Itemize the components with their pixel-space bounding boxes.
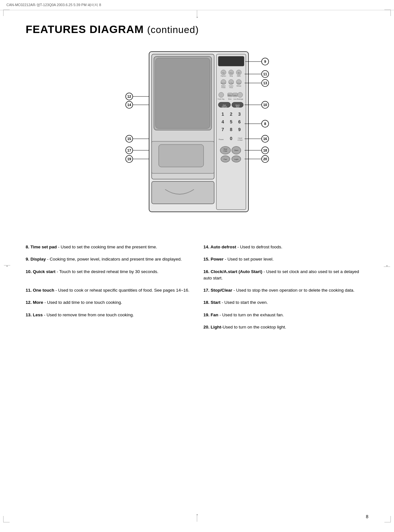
svg-text:0: 0 <box>230 136 232 141</box>
svg-point-19 <box>236 79 241 85</box>
svg-text:Power: Power <box>219 138 224 140</box>
svg-text:Fan: Fan <box>223 158 227 160</box>
svg-point-71 <box>262 71 269 78</box>
svg-point-98 <box>262 147 269 154</box>
svg-text:7: 7 <box>222 127 224 132</box>
desc-item-10: 10. Quick start - Touch to set the desir… <box>26 269 191 282</box>
desc-item-8: 8. Time set pad - Used to set the cookin… <box>26 244 191 250</box>
svg-text:Clock/: Clock/ <box>238 137 243 139</box>
descriptions: 8. Time set pad - Used to set the cookin… <box>26 244 368 336</box>
svg-text:Popcorn: Popcorn <box>221 75 226 77</box>
microwave-diagram: Pop Soup Muf Popcorn Soup Muffin Baked P… <box>117 45 277 231</box>
svg-text:Less: Less <box>233 94 237 96</box>
svg-text:Pop: Pop <box>222 72 225 74</box>
svg-text:More: More <box>228 94 232 96</box>
desc-item-12: 12. More - Used to add time to one touch… <box>26 299 191 306</box>
svg-text:Muf: Muf <box>238 72 240 74</box>
svg-text:15: 15 <box>127 137 131 141</box>
svg-text:8: 8 <box>264 122 266 126</box>
svg-text:4: 4 <box>222 119 224 124</box>
svg-text:2: 2 <box>230 112 232 117</box>
svg-point-101 <box>126 155 133 162</box>
svg-text:Light: Light <box>234 158 238 160</box>
desc-item-19: 19. Fan - Used to turn on the exhaust fa… <box>204 312 369 318</box>
desc-item-15: 15. Power - Used to set power level. <box>204 256 369 262</box>
svg-text:Frz Pizza: Frz Pizza <box>229 83 233 84</box>
svg-text:Frozen: Frozen <box>229 85 233 87</box>
svg-point-80 <box>126 101 133 108</box>
svg-text:19: 19 <box>127 157 131 161</box>
svg-rect-38 <box>218 102 231 107</box>
svg-text:8: 8 <box>230 127 232 132</box>
svg-rect-66 <box>152 181 214 204</box>
svg-rect-0 <box>149 52 248 212</box>
svg-rect-29 <box>228 93 232 97</box>
desc-item-16: 16. Clock/A.start (Auto Start) - Used to… <box>204 269 369 282</box>
desc-item-18: 18. Start - Used to start the oven. <box>204 299 369 306</box>
svg-rect-3 <box>155 58 210 129</box>
svg-point-31 <box>238 92 243 97</box>
svg-text:Reheat: Reheat <box>237 83 240 84</box>
diagram-container: Pop Soup Muf Popcorn Soup Muffin Baked P… <box>26 45 368 231</box>
desc-item-9: 9. Display - Cooking time, power level, … <box>26 256 191 262</box>
svg-text:10: 10 <box>263 103 267 107</box>
svg-text:20: 20 <box>263 157 267 161</box>
svg-rect-6 <box>216 54 246 210</box>
svg-text:9: 9 <box>238 127 241 132</box>
svg-text:16: 16 <box>263 137 267 141</box>
svg-text:Soup: Soup <box>229 75 233 77</box>
svg-text:6: 6 <box>238 119 241 124</box>
svg-point-28 <box>219 92 224 97</box>
svg-text:Soup: Soup <box>230 72 233 74</box>
svg-text:18: 18 <box>263 148 267 152</box>
svg-rect-4 <box>152 141 214 173</box>
svg-point-60 <box>232 146 241 154</box>
svg-point-83 <box>262 101 269 108</box>
svg-text:Muffin: Muffin <box>237 75 241 77</box>
svg-text:Baked: Baked <box>221 85 225 87</box>
svg-point-74 <box>262 79 269 87</box>
svg-rect-30 <box>233 93 238 97</box>
svg-text:17: 17 <box>127 148 131 152</box>
svg-text:More: More <box>228 98 231 100</box>
svg-rect-2 <box>154 56 212 130</box>
svg-text:Pizza: Pizza <box>229 87 233 88</box>
page-number: 8 <box>366 514 368 519</box>
svg-text:11: 11 <box>263 72 267 76</box>
svg-point-64 <box>232 156 241 162</box>
desc-item-17: 17. Stop/Clear - Used to stop the oven o… <box>204 287 369 294</box>
svg-text:A.Start: A.Start <box>238 139 243 141</box>
svg-point-104 <box>262 155 269 162</box>
svg-text:Fresh Veg.: Fresh Veg. <box>218 98 225 100</box>
svg-point-77 <box>126 93 133 100</box>
svg-point-8 <box>221 70 226 75</box>
svg-text:Start: Start <box>234 149 238 151</box>
header-text: CAN-MC02212AR-영T-123Q0A 2003.6.25 5:39 P… <box>6 3 101 7</box>
desc-item-13: 13. Less - Used to remove time from one … <box>26 312 191 318</box>
svg-text:5: 5 <box>230 119 232 124</box>
desc-item-11: 11. One touch - Used to cook or reheat s… <box>26 287 191 294</box>
svg-rect-7 <box>218 56 244 66</box>
svg-point-17 <box>221 79 226 85</box>
svg-text:Potato: Potato <box>221 87 226 88</box>
svg-rect-41 <box>232 102 243 107</box>
desc-item-14: 14. Auto defrost - Used to defrost foods… <box>204 244 369 250</box>
svg-text:14: 14 <box>127 103 131 107</box>
svg-point-89 <box>126 135 133 142</box>
svg-text:Start: Start <box>236 106 239 108</box>
page-title: FEATURES DIAGRAM (continued) <box>26 23 368 36</box>
svg-text:Clear: Clear <box>223 150 227 152</box>
svg-text:Beverage: Beverage <box>237 98 243 100</box>
svg-point-18 <box>229 79 234 85</box>
svg-text:Stop/: Stop/ <box>223 148 227 150</box>
svg-point-62 <box>221 156 230 162</box>
svg-point-68 <box>262 58 269 65</box>
svg-text:Reheat: Reheat <box>236 85 241 87</box>
svg-point-92 <box>262 135 269 142</box>
svg-text:Baked Pot.: Baked Pot. <box>221 83 226 84</box>
svg-point-57 <box>220 146 231 154</box>
svg-rect-5 <box>159 145 204 167</box>
svg-text:12: 12 <box>127 95 131 98</box>
svg-point-10 <box>236 70 241 75</box>
svg-text:9: 9 <box>264 60 266 63</box>
